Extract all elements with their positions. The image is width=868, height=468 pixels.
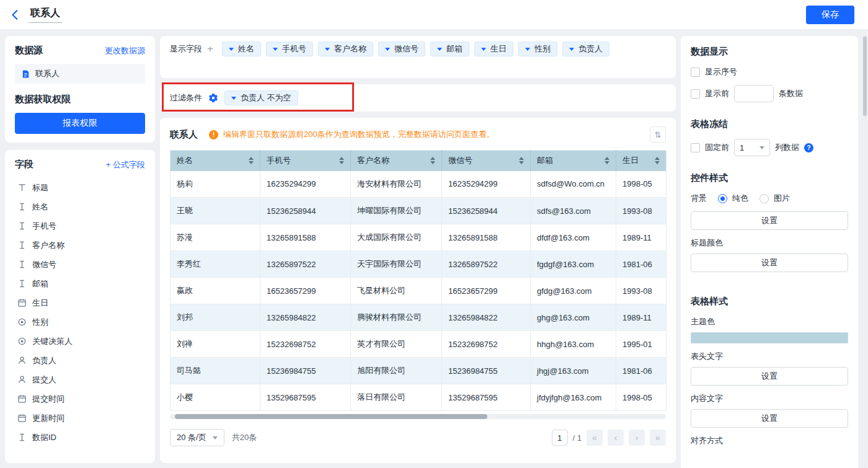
- display-field-chip[interactable]: 客户名称: [318, 42, 373, 56]
- horizontal-scrollbar-thumb[interactable]: [175, 414, 487, 419]
- table-row[interactable]: 杨莉16235294299海安材料有限公司16235294299sdfsd@Wo…: [170, 171, 666, 198]
- freeze-checkbox[interactable]: [691, 143, 700, 152]
- field-label: 负责人: [32, 355, 56, 366]
- table-row[interactable]: 司马懿15236984755旭阳有限公司15236984755jhgj@163.…: [170, 358, 666, 384]
- table-row[interactable]: 苏漫13265891588大成国际有限公司13265891588dfdf@163…: [170, 224, 666, 251]
- display-field-chip[interactable]: 性别: [518, 42, 557, 56]
- change-datasource-link[interactable]: 更改数据源: [105, 45, 145, 56]
- freeze-prefix: 固定前: [705, 142, 729, 153]
- field-item[interactable]: 关键决策人: [15, 332, 145, 351]
- display-field-chip[interactable]: 负责人: [562, 42, 609, 56]
- text-icon: [17, 260, 27, 269]
- field-item[interactable]: 性别: [15, 312, 145, 332]
- help-icon[interactable]: ?: [804, 143, 813, 152]
- field-item[interactable]: 邮箱: [15, 274, 145, 293]
- field-item[interactable]: 负责人: [15, 351, 145, 370]
- table-cell: 英才有限公司: [351, 331, 442, 358]
- column-header[interactable]: 邮箱: [531, 151, 616, 171]
- table-cell: 李秀红: [170, 251, 260, 278]
- add-formula-field-link[interactable]: + 公式字段: [106, 159, 145, 170]
- field-item[interactable]: 标题: [15, 178, 145, 197]
- show-first-checkbox[interactable]: [691, 89, 700, 99]
- freeze-columns-value: 1: [740, 143, 744, 152]
- column-header[interactable]: 姓名: [170, 151, 260, 171]
- next-page-button[interactable]: ›: [629, 430, 645, 446]
- display-field-chip[interactable]: 生日: [474, 42, 513, 56]
- sort-arrows-icon[interactable]: [519, 157, 524, 164]
- column-order-button[interactable]: ⇅: [650, 126, 666, 143]
- show-index-checkbox[interactable]: [691, 68, 700, 77]
- show-first-suffix: 条数据: [779, 88, 803, 99]
- total-count: 共20条: [232, 432, 257, 443]
- table-cell: 1993-08: [616, 198, 666, 224]
- page-scrollbar-thumb[interactable]: [863, 37, 867, 116]
- first-page-button[interactable]: «: [587, 430, 603, 446]
- table-row[interactable]: 刘禅15232698752英才有限公司15232698752hhgh@163.c…: [170, 331, 666, 358]
- page-title[interactable]: 联系人: [29, 7, 62, 23]
- table-cell: 1981-06: [616, 358, 666, 384]
- column-header[interactable]: 微信号: [442, 151, 531, 171]
- table-row[interactable]: 刘邦13265984822腾骏材料有限公司13265984822ghg@163.…: [170, 304, 666, 331]
- freeze-columns-select[interactable]: 1: [734, 139, 770, 156]
- column-header[interactable]: 生日: [616, 151, 666, 171]
- background-image-radio[interactable]: [760, 194, 769, 203]
- field-item[interactable]: 生日: [15, 293, 145, 312]
- sort-arrows-icon[interactable]: [430, 157, 435, 164]
- display-field-chip[interactable]: 姓名: [222, 42, 261, 56]
- display-field-chip[interactable]: 手机号: [266, 42, 313, 56]
- page-total: / 1: [573, 433, 582, 443]
- table-cell: 15236258944: [442, 198, 531, 224]
- field-item[interactable]: 客户名称: [15, 236, 145, 255]
- header-text-label: 表头文字: [691, 351, 848, 362]
- sort-arrows-icon[interactable]: [655, 157, 660, 164]
- table-row[interactable]: 嬴政16523657299飞星材料公司16523657299gfdg@163.c…: [170, 278, 666, 304]
- sort-arrows-icon[interactable]: [249, 157, 254, 164]
- datasource-panel: 数据源 更改数据源 联系人 数据获取权限 报表权限: [5, 36, 155, 143]
- sort-arrows-icon[interactable]: [339, 157, 344, 164]
- freeze-suffix: 列数据: [775, 142, 799, 153]
- column-header[interactable]: 客户名称: [351, 151, 442, 171]
- table-cell: 杨莉: [170, 171, 260, 198]
- save-button[interactable]: 保存: [806, 6, 854, 24]
- table-row[interactable]: 王晓15236258944坤曜国际有限公司15236258944sdfs@163…: [170, 198, 666, 224]
- display-field-chips: 姓名手机号客户名称微信号邮箱生日性别负责人: [222, 42, 666, 56]
- table-cell: 16235294299: [442, 171, 531, 198]
- field-label: 微信号: [32, 259, 56, 270]
- background-label: 背景: [691, 193, 707, 204]
- display-field-chip[interactable]: 邮箱: [430, 42, 469, 56]
- add-display-field-button[interactable]: +: [207, 42, 213, 56]
- field-item[interactable]: 更新时间: [15, 408, 145, 428]
- field-item[interactable]: 数据ID: [15, 428, 145, 447]
- column-header[interactable]: 手机号: [260, 151, 351, 171]
- content-text-set-button[interactable]: 设置: [691, 409, 848, 428]
- show-first-count-input[interactable]: [734, 85, 774, 102]
- page-size-select[interactable]: 20 条/页: [170, 429, 224, 446]
- table-cell: 刘邦: [170, 304, 260, 331]
- last-page-button[interactable]: »: [650, 430, 666, 446]
- chevron-down-icon: [481, 48, 486, 51]
- theme-color-label: 主题色: [691, 316, 848, 327]
- header-text-set-button[interactable]: 设置: [691, 367, 848, 386]
- field-item[interactable]: 姓名: [15, 197, 145, 216]
- field-item[interactable]: 微信号: [15, 255, 145, 274]
- table-row[interactable]: 小樱13529687595落日有限公司13529687595jfdyjfgh@1…: [170, 384, 666, 411]
- table-row[interactable]: 李秀红13265897522天宇国际有限公司13265897522fgdgf@1…: [170, 251, 666, 278]
- background-solid-radio[interactable]: [718, 194, 727, 203]
- display-field-chip[interactable]: 微信号: [378, 42, 425, 56]
- field-item[interactable]: 提交人: [15, 370, 145, 389]
- field-item[interactable]: 提交时间: [15, 389, 145, 408]
- table-cell: jhgj@163.com: [531, 358, 616, 384]
- current-page-input[interactable]: 1: [552, 430, 568, 446]
- prev-page-button[interactable]: ‹: [608, 430, 624, 446]
- sort-arrows-icon[interactable]: [604, 157, 609, 164]
- back-icon[interactable]: [10, 9, 21, 20]
- theme-color-swatch[interactable]: [691, 332, 848, 343]
- report-permission-button[interactable]: 报表权限: [15, 113, 145, 134]
- datasource-item[interactable]: 联系人: [15, 64, 145, 84]
- field-item[interactable]: 手机号: [15, 216, 145, 236]
- filter-condition-chip[interactable]: 负责人 不为空: [224, 91, 298, 105]
- background-set-button[interactable]: 设置: [691, 211, 848, 230]
- align-label: 对齐方式: [691, 435, 848, 446]
- title-color-set-button[interactable]: 设置: [691, 254, 848, 272]
- gear-icon[interactable]: [208, 93, 218, 103]
